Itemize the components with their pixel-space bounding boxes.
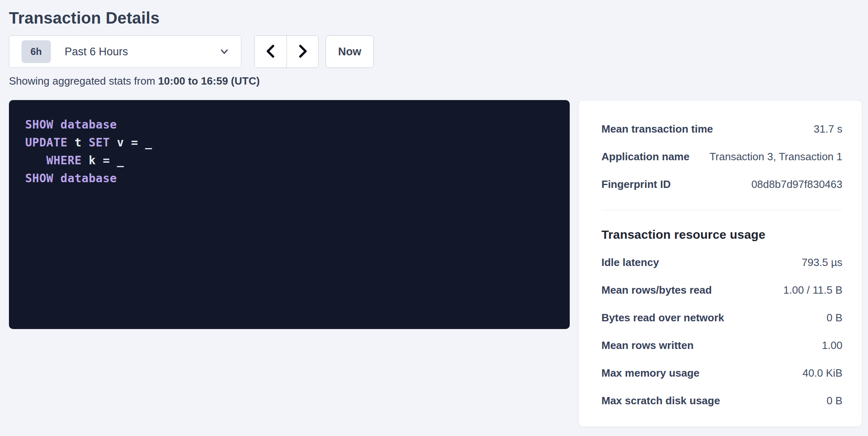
summary-rows: Mean transaction time31.7 sApplication n… bbox=[601, 115, 842, 198]
stat-row: Application nameTransaction 3, Transacti… bbox=[601, 143, 842, 170]
stat-value: 793.5 µs bbox=[802, 256, 842, 269]
stat-value: 0 B bbox=[827, 395, 842, 407]
time-nav-group bbox=[254, 35, 319, 68]
stat-label: Bytes read over network bbox=[601, 312, 724, 324]
stat-row: Mean rows/bytes read1.00 / 11.5 B bbox=[601, 276, 842, 304]
stat-row: Bytes read over network0 B bbox=[601, 304, 842, 331]
stats-caption: Showing aggregated stats from 10:00 to 1… bbox=[9, 75, 862, 87]
sql-line: SHOW database bbox=[25, 116, 553, 134]
time-toolbar: 6h Past 6 Hours bbox=[9, 35, 862, 68]
prev-time-button[interactable] bbox=[255, 36, 286, 68]
stat-row: Idle latency793.5 µs bbox=[601, 249, 842, 276]
sql-text bbox=[25, 154, 46, 167]
sql-keyword: UPDATE bbox=[25, 136, 67, 149]
sql-text: v = _ bbox=[110, 136, 152, 149]
main-content: SHOW databaseUPDATE t SET v = _ WHERE k … bbox=[9, 100, 862, 427]
page-title: Transaction Details bbox=[9, 9, 862, 27]
stat-row: Fingerprint ID08d8b7d97f830463 bbox=[601, 170, 842, 198]
transaction-details-card: Mean transaction time31.7 sApplication n… bbox=[578, 100, 862, 427]
stat-value: 0 B bbox=[827, 312, 842, 324]
sql-keyword: WHERE bbox=[46, 154, 82, 167]
stat-label: Max scratch disk usage bbox=[601, 395, 720, 407]
usage-rows: Idle latency793.5 µsMean rows/bytes read… bbox=[601, 249, 842, 414]
time-range-badge: 6h bbox=[22, 40, 51, 63]
stat-value: 1.00 bbox=[822, 339, 842, 352]
stat-row: Mean transaction time31.7 s bbox=[601, 115, 842, 143]
sql-keyword: SHOW database bbox=[25, 172, 117, 185]
chevron-left-icon bbox=[265, 44, 277, 60]
stat-label: Mean rows written bbox=[601, 339, 694, 352]
stat-label: Application name bbox=[601, 150, 690, 163]
transaction-details-page: Transaction Details 6h Past 6 Hours bbox=[0, 0, 868, 427]
sql-line: SHOW database bbox=[25, 170, 553, 187]
sql-text: t bbox=[67, 136, 89, 149]
chevron-down-icon bbox=[219, 46, 230, 57]
sql-statements-box: SHOW databaseUPDATE t SET v = _ WHERE k … bbox=[9, 100, 570, 329]
stat-label: Max memory usage bbox=[601, 367, 699, 379]
stat-label: Mean rows/bytes read bbox=[601, 284, 712, 296]
stat-value: 08d8b7d97f830463 bbox=[751, 178, 842, 191]
time-range-select[interactable]: 6h Past 6 Hours bbox=[9, 35, 241, 68]
stat-value: 40.0 KiB bbox=[803, 367, 842, 379]
now-button[interactable]: Now bbox=[326, 35, 374, 68]
sql-keyword: SHOW database bbox=[25, 118, 117, 131]
time-range-label: Past 6 Hours bbox=[65, 46, 128, 58]
sql-keyword: SET bbox=[89, 136, 110, 149]
sql-line: WHERE k = _ bbox=[25, 152, 553, 170]
stat-label: Fingerprint ID bbox=[601, 178, 671, 191]
stat-value: Transaction 3, Transaction 1 bbox=[710, 150, 842, 163]
stats-caption-range: 10:00 to 16:59 (UTC) bbox=[158, 75, 260, 87]
card-divider bbox=[601, 210, 842, 210]
resource-usage-section-title: Transaction resource usage bbox=[601, 221, 842, 249]
stat-value: 1.00 / 11.5 B bbox=[783, 284, 842, 296]
sql-text: k = _ bbox=[82, 154, 124, 167]
stats-caption-prefix: Showing aggregated stats from bbox=[9, 75, 158, 87]
sql-line: UPDATE t SET v = _ bbox=[25, 134, 553, 152]
stat-row: Max scratch disk usage0 B bbox=[601, 387, 842, 414]
stat-label: Idle latency bbox=[601, 256, 659, 269]
next-time-button[interactable] bbox=[286, 36, 318, 68]
stat-row: Max memory usage40.0 KiB bbox=[601, 359, 842, 387]
chevron-right-icon bbox=[297, 44, 309, 60]
stat-value: 31.7 s bbox=[814, 123, 842, 135]
stat-row: Mean rows written1.00 bbox=[601, 331, 842, 359]
stat-label: Mean transaction time bbox=[601, 123, 713, 135]
